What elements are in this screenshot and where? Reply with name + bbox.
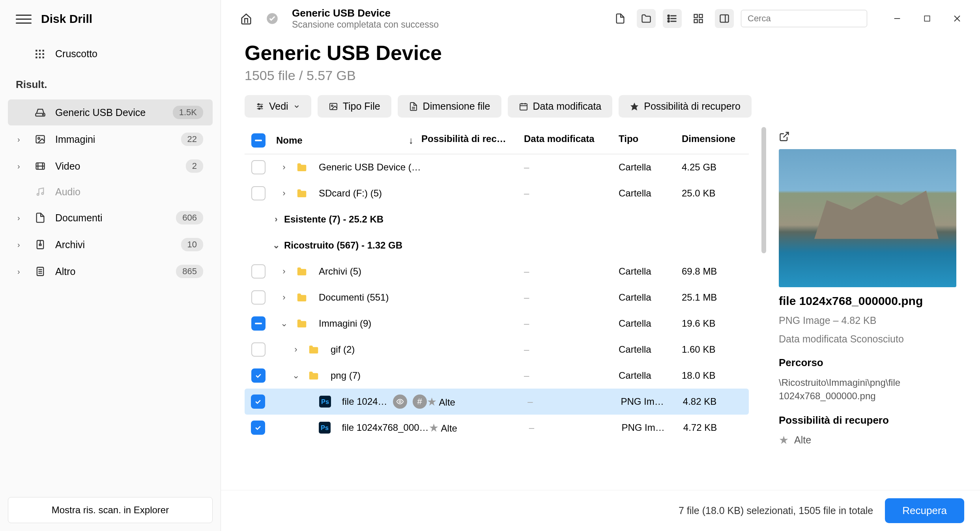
expander-icon[interactable]: ⌄: [268, 240, 284, 251]
table-row[interactable]: ›Archivi (5)–Cartella69.8 MB: [245, 258, 749, 284]
recover-button[interactable]: Recupera: [885, 498, 964, 523]
row-checkbox[interactable]: [251, 186, 266, 200]
column-type[interactable]: Tipo: [619, 133, 682, 148]
row-date: –: [524, 188, 619, 199]
folder-icon: [308, 370, 322, 381]
preview-path-label: Percorso: [779, 357, 956, 369]
table-row[interactable]: ›Documenti (551)–Cartella25.1 MB: [245, 284, 749, 310]
table-row[interactable]: Psfile 1024x768_000…★Alte–PNG Im…4.72 KB: [245, 415, 749, 441]
search-box[interactable]: [741, 10, 867, 27]
sidebar-dashboard[interactable]: Cruscotto: [8, 42, 213, 66]
sidebar-item-badge: 22: [181, 133, 203, 146]
hex-pill-icon[interactable]: #: [413, 395, 427, 409]
svg-text:Ps: Ps: [321, 398, 329, 405]
preview-filename: file 1024x768_000000.png: [779, 294, 956, 308]
filter-date[interactable]: Data modificata: [508, 95, 613, 118]
svg-rect-5: [43, 53, 44, 54]
table-row[interactable]: ⌄Immagini (9)–Cartella19.6 KB: [245, 310, 749, 337]
sidebar-item-image[interactable]: ›Immagini22: [8, 126, 213, 152]
table-row[interactable]: ⌄png (7)–Cartella18.0 KB: [245, 363, 749, 389]
sidebar: Disk Drill Cruscotto Risult. Generic USB…: [0, 0, 221, 531]
row-type: Cartella: [619, 292, 682, 303]
svg-rect-3: [36, 53, 37, 54]
scrollbar-thumb[interactable]: [761, 127, 766, 253]
row-checkbox[interactable]: [251, 160, 266, 174]
expander-icon[interactable]: ⌄: [276, 318, 292, 329]
minimize-button[interactable]: [890, 11, 904, 26]
select-all-checkbox[interactable]: [251, 133, 266, 148]
table-row[interactable]: ›SDcard (F:) (5)–Cartella25.0 KB: [245, 180, 749, 206]
row-checkbox[interactable]: [251, 290, 266, 305]
row-type: PNG Im…: [621, 422, 683, 433]
toolbar-subtitle: Scansione completata con successo: [292, 19, 439, 30]
row-checkbox[interactable]: [251, 395, 265, 409]
chevron-right-icon: ›: [17, 267, 27, 276]
drive-icon: [35, 107, 47, 118]
scrollbar[interactable]: [761, 127, 767, 490]
row-checkbox[interactable]: [251, 421, 265, 435]
filter-size[interactable]: Dimensione file: [398, 95, 501, 118]
sidebar-item-other[interactable]: ›Altro865: [8, 258, 213, 284]
folder-view-icon[interactable]: [637, 9, 656, 28]
search-input[interactable]: [748, 13, 856, 24]
sidebar-item-audio[interactable]: Audio: [8, 180, 213, 204]
grid-view-icon[interactable]: [689, 9, 708, 28]
expander-icon[interactable]: ›: [268, 214, 284, 224]
row-size: 1.60 KB: [682, 344, 749, 355]
column-name[interactable]: Nome↓: [272, 133, 421, 148]
sidebar-item-document[interactable]: ›Documenti606: [8, 205, 213, 231]
home-icon[interactable]: [237, 9, 256, 28]
expander-icon[interactable]: ›: [288, 344, 304, 355]
filter-recovery[interactable]: Possibilità di recupero: [619, 95, 752, 118]
panel-toggle-icon[interactable]: [715, 9, 734, 28]
row-type: Cartella: [619, 162, 682, 173]
sidebar-item-drive[interactable]: Generic USB Device1.5K: [8, 99, 213, 125]
column-recovery[interactable]: Possibilità di rec…: [421, 133, 524, 148]
popout-icon[interactable]: [779, 131, 790, 142]
page-title: Generic USB Device: [245, 41, 956, 65]
image-icon: [329, 102, 338, 111]
filter-view[interactable]: Vedi: [245, 95, 311, 118]
row-checkbox[interactable]: [251, 264, 266, 279]
svg-point-11: [38, 137, 40, 139]
expander-icon[interactable]: ›: [276, 266, 292, 277]
folder-icon: [308, 344, 322, 355]
sort-arrow-icon: ↓: [409, 135, 413, 146]
row-filename: png (7): [331, 370, 361, 381]
chevron-right-icon: ›: [17, 240, 27, 249]
sidebar-item-archive[interactable]: ›Archivi10: [8, 232, 213, 258]
other-icon: [35, 266, 47, 277]
row-filename: SDcard (F:) (5): [319, 188, 382, 199]
star-icon: ★: [779, 434, 789, 447]
menu-icon[interactable]: [16, 11, 32, 27]
section-row[interactable]: ⌄Ricostruito (567) - 1.32 GB: [245, 232, 749, 258]
sidebar-item-label: Altro: [55, 266, 168, 277]
maximize-button[interactable]: [920, 11, 934, 26]
svg-point-47: [258, 103, 260, 105]
list-view-icon[interactable]: [663, 9, 682, 28]
sidebar-item-badge: 2: [186, 159, 203, 173]
row-checkbox[interactable]: [251, 342, 266, 357]
preview-pill-icon[interactable]: [393, 395, 407, 409]
svg-point-48: [261, 106, 262, 107]
expander-icon[interactable]: ›: [276, 188, 292, 198]
section-row[interactable]: ›Esistente (7) - 25.2 KB: [245, 206, 749, 232]
sidebar-item-video[interactable]: ›Video2: [8, 153, 213, 179]
expander-icon[interactable]: ⌄: [288, 370, 304, 381]
close-button[interactable]: [950, 11, 964, 26]
row-checkbox[interactable]: [251, 368, 266, 383]
row-checkbox[interactable]: [251, 316, 266, 331]
show-in-explorer-button[interactable]: Mostra ris. scan. in Explorer: [8, 497, 213, 523]
sidebar-item-badge: 606: [176, 211, 203, 224]
table-row[interactable]: Psfile 1024…#★Alte–PNG Im…4.82 KB: [245, 389, 749, 415]
file-view-icon[interactable]: [611, 9, 630, 28]
column-date[interactable]: Data modificata: [524, 133, 619, 148]
column-size[interactable]: Dimensione: [682, 133, 749, 148]
row-type: Cartella: [619, 188, 682, 199]
filter-type[interactable]: Tipo File: [318, 95, 391, 118]
svg-point-51: [331, 105, 333, 107]
table-row[interactable]: ›gif (2)–Cartella1.60 KB: [245, 337, 749, 363]
expander-icon[interactable]: ›: [276, 292, 292, 303]
table-row[interactable]: ›Generic USB Device (…–Cartella4.25 GB: [245, 154, 749, 180]
expander-icon[interactable]: ›: [276, 162, 292, 172]
